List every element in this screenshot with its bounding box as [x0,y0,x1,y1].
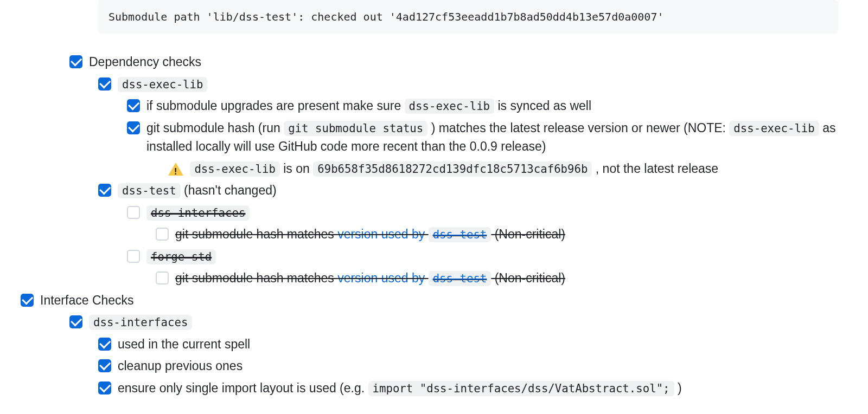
code-inline: dss-exec-lib [118,77,207,92]
label: if submodule upgrades are present make s… [146,96,868,115]
label: git submodule hash matches version used … [175,225,868,244]
list-item: git submodule hash matches version used … [156,269,868,288]
link[interactable]: version used by dss-test [337,227,491,241]
code-inline: dss-interfaces [146,205,250,221]
code-inline: dss-test [118,183,181,198]
label: Dependency checks [89,53,868,72]
list-item: if submodule upgrades are present make s… [127,96,868,115]
checkbox[interactable] [21,294,34,307]
label: forge-std [146,247,868,266]
checkbox[interactable] [127,121,140,134]
label: cleanup previous ones [118,357,868,376]
list-item: cleanup previous ones [98,357,868,376]
code-inline: dss-exec-lib [729,121,819,136]
checkbox[interactable] [127,250,140,263]
code-block: Submodule path 'lib/dss-test': checked o… [98,0,838,34]
list-item-dss-test: dss-test (hasn't changed) [98,181,868,200]
code-inline: 69b658f35d8618272cd139dfc18c5713caf6b96b [313,161,592,177]
label: dss-test (hasn't changed) [118,181,868,200]
checkbox[interactable] [156,228,169,241]
checkbox[interactable] [156,271,169,284]
label: git submodule hash matches version used … [175,269,868,288]
checkbox[interactable] [98,77,111,90]
label: dss-exec-lib [118,75,868,94]
list-item-interface-checks: Interface Checks [21,291,868,310]
label: Interface Checks [40,291,868,310]
code-inline: dss-test [429,271,492,286]
label: ensure only single import layout is used… [118,379,868,398]
link[interactable]: version used by dss-test [337,271,491,285]
list-item: dss-interfaces [127,203,868,222]
checkbox[interactable] [98,184,111,197]
label: git submodule hash (run git submodule st… [146,119,868,178]
code-inline: dss-exec-lib [405,99,494,114]
checkbox[interactable] [69,55,82,68]
list-item: ensure only single import layout is used… [98,379,868,398]
checkbox[interactable] [98,338,111,351]
warning-line: dss-exec-lib is on 69b658f35d8618272cd13… [168,159,868,178]
list-item: dss-interfaces [69,313,868,332]
checkbox[interactable] [127,206,140,219]
code-inline: dss-test [429,227,492,242]
code-inline: import "dss-interfaces/dss/VatAbstract.s… [368,381,674,396]
code-inline: dss-exec-lib [190,161,279,177]
list-item: forge-std [127,247,868,266]
label: dss-interfaces [146,203,868,222]
label: dss-interfaces [89,313,868,332]
checkbox[interactable] [98,381,111,394]
label: used in the current spell [118,335,868,354]
code-inline: forge-std [146,249,216,264]
list-item: used in the current spell [98,335,868,354]
checkbox[interactable] [98,359,111,372]
code-inline: dss-interfaces [89,315,192,330]
checkbox[interactable] [127,99,140,112]
warning-icon [168,163,183,176]
list-item-dependency-checks: Dependency checks [69,53,868,72]
list-item: git submodule hash (run git submodule st… [127,119,868,178]
code-inline: git submodule status [284,121,427,136]
checkbox[interactable] [69,315,82,328]
list-item-dss-exec-lib: dss-exec-lib [98,75,868,94]
list-item: git submodule hash matches version used … [156,225,868,244]
